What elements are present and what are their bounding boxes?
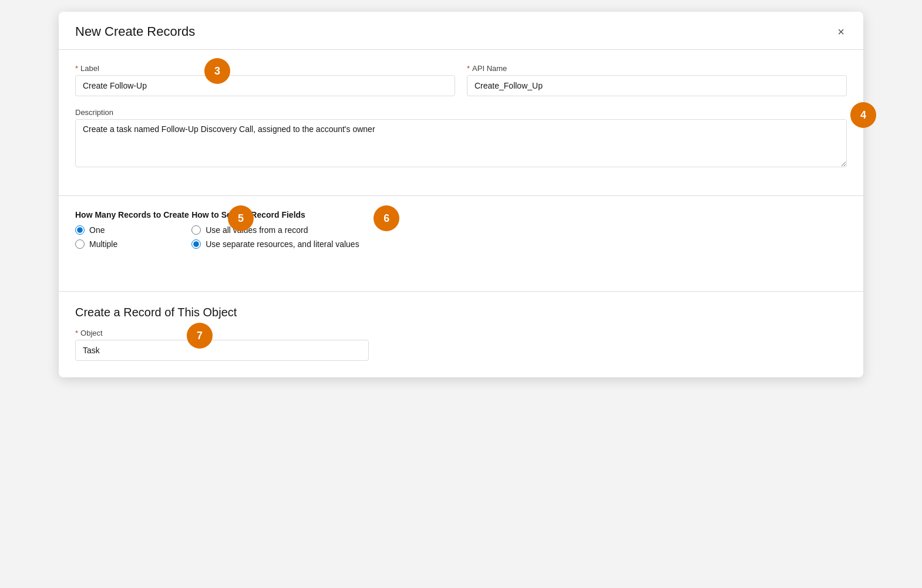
api-name-group: *API Name [467, 64, 847, 96]
object-input[interactable] [75, 340, 369, 361]
radio-all-values[interactable] [191, 225, 201, 235]
object-group: 7 *Object [75, 329, 369, 361]
modal-container: New Create Records × 3 *Label *API Name [59, 12, 863, 377]
create-record-heading: Create a Record of This Object [75, 306, 847, 319]
radio-option-separate: Use separate resources, and literal valu… [191, 239, 359, 249]
create-record-section: Create a Record of This Object 7 *Object [59, 306, 863, 377]
object-field-label: *Object [75, 329, 369, 337]
radio-one-label: One [89, 225, 105, 235]
description-group: 4 Description [75, 108, 847, 167]
how-many-section: 5 How Many Records to Create One Multipl… [75, 210, 189, 254]
radio-separate[interactable] [191, 239, 201, 249]
radio-option-multiple: Multiple [75, 239, 189, 249]
modal-body: 3 *Label *API Name 4 Description [59, 50, 863, 181]
radio-multiple[interactable] [75, 239, 85, 249]
records-fields-section: 5 How Many Records to Create One Multipl… [59, 210, 863, 277]
divider-1 [59, 195, 863, 196]
badge-4: 4 [850, 102, 876, 128]
label-api-row: 3 *Label *API Name [75, 64, 847, 96]
label-group: *Label [75, 64, 455, 96]
radio-all-values-label: Use all values from a record [206, 225, 308, 235]
description-label: Description [75, 108, 847, 117]
label-required-star: * [75, 64, 78, 73]
badge-3: 3 [204, 58, 230, 84]
api-name-input[interactable] [467, 75, 847, 96]
badge-6: 6 [373, 205, 399, 231]
modal-title: New Create Records [75, 24, 195, 39]
how-set-title: How to Set the Record Fields [191, 210, 359, 219]
radio-one[interactable] [75, 225, 85, 235]
object-required-star: * [75, 329, 78, 337]
label-field-label: *Label [75, 64, 455, 73]
radio-multiple-label: Multiple [89, 239, 117, 249]
api-name-field-label: *API Name [467, 64, 847, 73]
radio-option-one: One [75, 225, 189, 235]
api-name-required-star: * [467, 64, 470, 73]
modal-header: New Create Records × [59, 12, 863, 50]
divider-2 [59, 291, 863, 292]
close-button[interactable]: × [835, 23, 847, 40]
badge-7: 7 [187, 323, 213, 349]
badge-5: 5 [228, 205, 254, 231]
how-set-section: 6 How to Set the Record Fields Use all v… [191, 210, 359, 254]
how-many-title: How Many Records to Create [75, 210, 189, 219]
radio-separate-label: Use separate resources, and literal valu… [206, 239, 359, 249]
description-textarea[interactable] [75, 119, 847, 167]
label-input[interactable] [75, 75, 455, 96]
radio-option-all-values: Use all values from a record [191, 225, 359, 235]
